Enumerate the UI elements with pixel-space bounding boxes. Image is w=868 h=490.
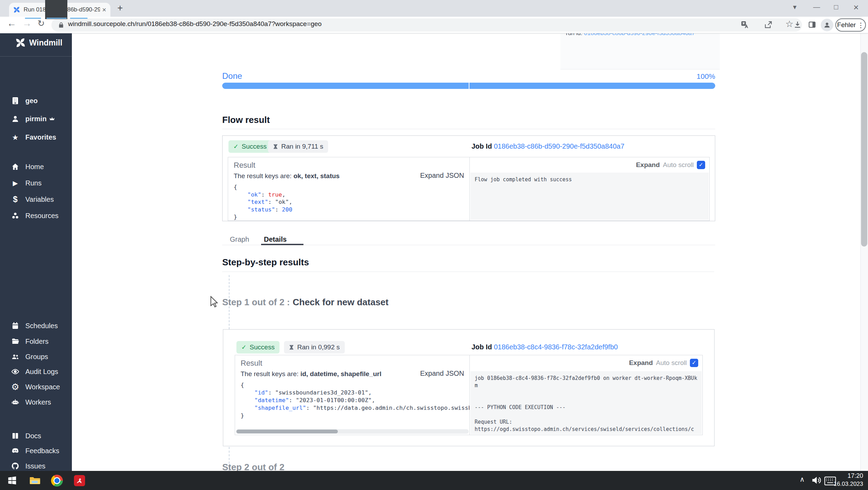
crown-icon bbox=[49, 116, 55, 121]
user-icon bbox=[10, 115, 20, 123]
taskbar-acrobat[interactable] bbox=[74, 475, 85, 487]
acrobat-icon bbox=[74, 475, 85, 486]
flow-job-id: Job Id 0186eb38-c86b-d590-290e-f5d350a84… bbox=[471, 142, 624, 150]
robot-icon bbox=[10, 398, 20, 406]
sidebar-item-docs[interactable]: Docs bbox=[0, 428, 72, 443]
step1-job-id: Job Id 0186eb38-c8c4-9836-f78c-32fa2def9… bbox=[471, 343, 618, 351]
flow-job-id-link[interactable]: 0186eb38-c86b-d590-290e-f5d350a840a7 bbox=[494, 142, 624, 150]
sidebar-item-schedules[interactable]: Schedules bbox=[0, 318, 72, 333]
hourglass-icon bbox=[273, 143, 278, 150]
menu-button-label: Fehler bbox=[837, 21, 856, 29]
flow-duration-badge: Ran in 9,711 s bbox=[268, 140, 328, 153]
avatar-person-icon bbox=[823, 21, 831, 29]
profile-avatar[interactable] bbox=[821, 19, 833, 31]
flow-result-card: Result The result keys are: ok, text, st… bbox=[228, 157, 470, 221]
windows-logo-icon bbox=[7, 475, 17, 486]
github-icon bbox=[10, 462, 20, 470]
sidebar-item-favorites[interactable]: ★ Favorites bbox=[0, 130, 72, 145]
lock-icon bbox=[58, 21, 65, 29]
window-close-button[interactable]: × bbox=[853, 3, 859, 12]
step1-autoscroll-label: Auto scroll bbox=[656, 359, 687, 367]
step1-expand-json-button[interactable]: Expand JSON bbox=[420, 369, 464, 377]
tab-graph[interactable]: Graph bbox=[230, 235, 249, 243]
window-minimize-button[interactable]: — bbox=[813, 3, 820, 10]
divider bbox=[222, 272, 714, 272]
sidebar-item-audit-logs[interactable]: Audit Logs bbox=[0, 364, 72, 379]
step1-duration-label: Ran in 0,992 s bbox=[297, 343, 340, 351]
download-icon[interactable] bbox=[793, 20, 802, 29]
discord-icon bbox=[10, 447, 20, 455]
sidebar: Windmill geo pirmin ★ Favorites Home ▶ R… bbox=[0, 33, 72, 471]
tab-favicon-windmill bbox=[13, 6, 20, 13]
taskbar-indicator bbox=[25, 18, 41, 19]
sidebar-item-folders[interactable]: Folders bbox=[0, 334, 72, 349]
eye-icon bbox=[10, 367, 20, 376]
url-text[interactable]: windmill.sourcepole.ch/run/0186eb38-c86b… bbox=[68, 20, 322, 28]
sidebar-item-workspace-geo[interactable]: geo bbox=[0, 93, 72, 108]
bookmark-star-icon[interactable]: ☆ bbox=[785, 19, 793, 28]
sidebar-item-workspace-settings[interactable]: ⚙ Workspace bbox=[0, 379, 72, 395]
sidebar-logo[interactable]: Windmill bbox=[15, 38, 62, 48]
new-tab-button[interactable]: + bbox=[117, 3, 123, 13]
step1-duration-badge: Ran in 0,992 s bbox=[284, 341, 345, 354]
sidebar-item-workers[interactable]: Workers bbox=[0, 395, 72, 410]
tab-search-icon[interactable]: ▾ bbox=[793, 3, 796, 10]
forward-button[interactable]: → bbox=[22, 19, 32, 28]
flow-log-header: Expand Auto scroll ✓ bbox=[636, 161, 705, 169]
tray-chevron-up-icon[interactable]: ∧ bbox=[800, 476, 805, 483]
flow-expand-json-button[interactable]: Expand JSON bbox=[420, 172, 464, 180]
taskbar-chrome[interactable] bbox=[51, 474, 63, 487]
groups-icon bbox=[10, 352, 20, 361]
sidebar-item-runs[interactable]: ▶ Runs bbox=[0, 175, 72, 191]
step1-result-card: Result The result keys are: id, datetime… bbox=[235, 355, 470, 435]
result-label: Result bbox=[234, 161, 464, 170]
job-id-label: Job Id bbox=[471, 343, 492, 351]
check-icon: ✓ bbox=[241, 344, 247, 350]
building-icon bbox=[10, 97, 20, 105]
taskbar-file-explorer[interactable] bbox=[28, 474, 42, 488]
folder-icon bbox=[10, 337, 20, 346]
side-panel-icon[interactable] bbox=[808, 20, 817, 29]
keyboard-icon[interactable] bbox=[824, 476, 836, 485]
flow-success-badge: ✓ Success bbox=[228, 140, 272, 153]
sidebar-item-variables[interactable]: $ Variables bbox=[0, 192, 72, 207]
sidebar-item-home[interactable]: Home bbox=[0, 159, 72, 174]
flow-log-box: Expand Auto scroll ✓ Flow job completed … bbox=[469, 157, 710, 221]
kebab-menu-icon: ⋮ bbox=[858, 22, 864, 28]
sidebar-item-user[interactable]: pirmin bbox=[0, 111, 72, 126]
step1-success-badge: ✓ Success bbox=[236, 341, 279, 354]
flow-autoscroll-checkbox[interactable]: ✓ bbox=[697, 161, 705, 169]
step1-log-box: Expand Auto scroll ✓ job 0186eb38-c8c4-9… bbox=[469, 355, 703, 435]
sidebar-logo-label: Windmill bbox=[29, 38, 62, 48]
volume-icon[interactable] bbox=[811, 475, 821, 485]
step1-log-header: Expand Auto scroll ✓ bbox=[629, 359, 698, 367]
tab-close-icon[interactable]: × bbox=[102, 6, 106, 13]
sidebar-item-resources[interactable]: Resources bbox=[0, 208, 72, 223]
browser-titlebar bbox=[0, 0, 868, 17]
book-icon bbox=[10, 432, 20, 440]
share-icon[interactable] bbox=[764, 20, 773, 29]
vertical-scrollbar-thumb[interactable] bbox=[861, 52, 867, 247]
job-id-label: Job Id bbox=[471, 142, 492, 150]
reload-button[interactable]: ↻ bbox=[37, 19, 45, 28]
window-maximize-button[interactable]: □ bbox=[834, 3, 838, 10]
tab-details[interactable]: Details bbox=[264, 235, 287, 243]
back-button[interactable]: ← bbox=[7, 19, 16, 28]
sidebar-item-feedbacks[interactable]: Feedbacks bbox=[0, 443, 72, 458]
browser-menu-button[interactable]: Fehler ⋮ bbox=[835, 18, 866, 32]
sidebar-item-groups[interactable]: Groups bbox=[0, 349, 72, 364]
start-button[interactable] bbox=[6, 474, 19, 487]
step1-expand-button[interactable]: Expand bbox=[629, 359, 653, 367]
check-icon: ✓ bbox=[233, 143, 239, 150]
calendar-icon bbox=[10, 322, 20, 330]
translate-icon[interactable] bbox=[740, 20, 749, 29]
screen: run id: 0186eb38-c86b-d590-290e-f5d350a8… bbox=[0, 0, 868, 490]
horizontal-scrollbar-thumb[interactable] bbox=[236, 430, 338, 433]
cubes-icon bbox=[10, 211, 20, 220]
play-icon: ▶ bbox=[10, 180, 20, 186]
check-icon: ✓ bbox=[699, 162, 703, 168]
step1-job-id-link[interactable]: 0186eb38-c8c4-9836-f78c-32fa2def9fb0 bbox=[494, 343, 618, 351]
step1-autoscroll-checkbox[interactable]: ✓ bbox=[690, 359, 698, 367]
progress-bar-step2 bbox=[469, 83, 715, 89]
flow-expand-button[interactable]: Expand bbox=[636, 161, 660, 169]
